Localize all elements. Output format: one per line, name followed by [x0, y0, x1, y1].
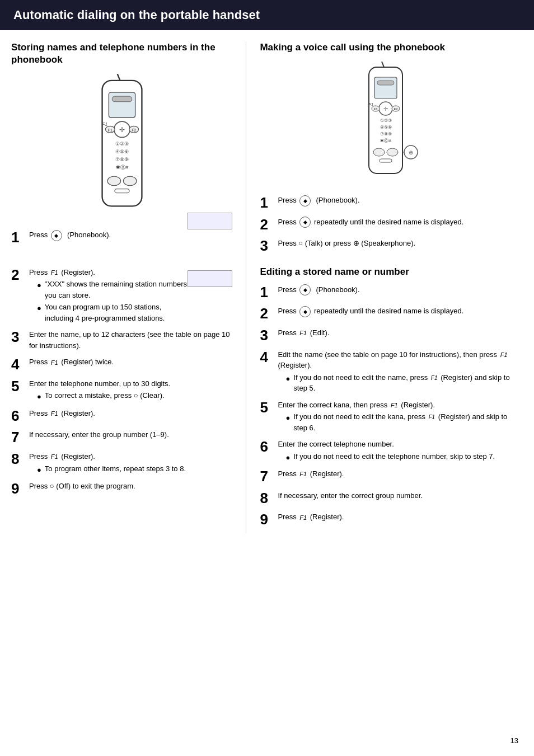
- svg-text:✛: ✛: [383, 106, 388, 112]
- step-2-content: Press F1 (Register). ● "XXX" shows the r…: [29, 267, 188, 324]
- right-steps-edit: 1 Press (Phonebook). 2 Press repeatedly …: [260, 284, 523, 528]
- bullet-5-1: ● To correct a mistake, press ○ (Clear).: [37, 390, 232, 402]
- e-step-8-content: If necessary, enter the correct group nu…: [278, 490, 523, 501]
- left-step-2: 2 Press F1 (Register). ● "XXX" shows the…: [11, 267, 232, 324]
- r-step-num-3: 3: [260, 238, 275, 254]
- e-f1-icon-3: F1: [299, 328, 307, 338]
- e-step-num-3: 3: [260, 327, 275, 344]
- edit-step-7: 7 Press F1 (Register).: [260, 468, 523, 485]
- right-steps-voice: 1 Press (Phonebook). 2 Press repeatedly …: [260, 195, 523, 254]
- svg-text:F1: F1: [107, 128, 112, 133]
- left-phone-svg: ✛ F1 F2 ①②③ ④⑤⑥ ⑦⑧⑨ ✱⓪#: [86, 74, 158, 219]
- r-step-num-2: 2: [260, 217, 275, 233]
- left-step-4: 4 Press F1 (Register) twice.: [11, 356, 232, 373]
- display-box-1: [188, 213, 232, 229]
- e-step-num-1: 1: [260, 284, 275, 300]
- e-step-2-content: Press repeatedly until the desired name …: [278, 306, 523, 317]
- f1-icon-8: F1: [51, 452, 58, 462]
- step-num-2: 2: [11, 267, 27, 283]
- right-phone-svg: ✛ F1 F2 ①②③ ④⑤⑥ ⑦⑧⑨ ✱⓪#: [355, 62, 428, 185]
- left-steps: 1 Press (Phonebook). 2 Press F1 (Registe…: [11, 229, 232, 496]
- edit-step-3: 3 Press F1 (Edit).: [260, 327, 523, 344]
- svg-text:✱⓪#: ✱⓪#: [116, 164, 129, 170]
- e-step-num-7: 7: [260, 468, 275, 485]
- svg-rect-16: [112, 96, 132, 101]
- e-step-6-bullets: ● If you do not need to edit the telepho…: [285, 451, 523, 463]
- right-phone-diagram: ✛ F1 F2 ①②③ ④⑤⑥ ⑦⑧⑨ ✱⓪#: [260, 62, 523, 185]
- step-8-content: Press F1 (Register). ● To program other …: [29, 451, 232, 475]
- svg-text:F1: F1: [374, 107, 378, 111]
- edit-step-5: 5 Enter the correct kana, then press F1 …: [260, 400, 523, 434]
- e-step-4-bullets: ● If you do not need to edit the name, p…: [285, 372, 523, 394]
- svg-text:①②③: ①②③: [115, 140, 129, 147]
- display-box-2: [188, 270, 232, 287]
- left-step-9: 9 Press ○ (Off) to exit the program.: [11, 481, 232, 497]
- svg-text:⊕: ⊕: [409, 149, 413, 156]
- svg-line-19: [382, 62, 384, 67]
- e-step-5-bullets: ● If you do not need to edit the kana, p…: [285, 411, 523, 433]
- e-step-6-content: Enter the correct telephone number. ● If…: [278, 439, 523, 463]
- e-step-num-8: 8: [260, 490, 275, 506]
- left-column: Storing names and telephone numbers in t…: [11, 41, 246, 533]
- left-step-6: 6 Press F1 (Register).: [11, 408, 232, 424]
- right-section-title: Making a voice call using the phonebook: [260, 41, 523, 54]
- e-step-num-6: 6: [260, 439, 275, 455]
- edit-step-6: 6 Enter the correct telephone number. ● …: [260, 439, 523, 463]
- e-f1-icon-4: F1: [500, 350, 508, 360]
- step-num-5: 5: [11, 378, 27, 395]
- edit-step-1: 1 Press (Phonebook).: [260, 284, 523, 300]
- e-bullet-4-1: ● If you do not need to edit the name, p…: [285, 372, 523, 394]
- svg-rect-15: [115, 189, 129, 193]
- e-bullet-6-1: ● If you do not need to edit the telepho…: [285, 451, 523, 463]
- step-7-content: If necessary, enter the group number (1–…: [29, 429, 232, 440]
- step-5-content: Enter the telephone number, up to 30 dig…: [29, 378, 232, 402]
- right-step-2: 2 Press repeatedly until the desired nam…: [260, 217, 523, 233]
- r-nav-icon-1: [299, 195, 311, 206]
- left-step-5: 5 Enter the telephone number, up to 30 d…: [11, 378, 232, 402]
- e-step-num-4: 4: [260, 349, 275, 365]
- r-step-num-1: 1: [260, 195, 275, 211]
- left-section-title: Storing names and telephone numbers in t…: [11, 41, 232, 66]
- svg-text:④⑤⑥: ④⑤⑥: [115, 148, 129, 154]
- svg-text:⑦⑧⑨: ⑦⑧⑨: [380, 132, 392, 137]
- edit-step-8: 8 If necessary, enter the correct group …: [260, 490, 523, 506]
- left-phone-diagram: ✛ F1 F2 ①②③ ④⑤⑥ ⑦⑧⑨ ✱⓪#: [11, 74, 232, 219]
- svg-text:F2: F2: [394, 107, 399, 111]
- step-6-content: Press F1 (Register).: [29, 408, 232, 419]
- svg-text:①②③: ①②③: [380, 118, 392, 123]
- e-step-4-content: Edit the name (see the table on page 10 …: [278, 349, 523, 394]
- step-num-3: 3: [11, 329, 27, 345]
- svg-text:F1: F1: [102, 123, 107, 128]
- step-9-content: Press ○ (Off) to exit the program.: [29, 481, 232, 492]
- e-step-9-content: Press F1 (Register).: [278, 511, 523, 523]
- e-step-num-9: 9: [260, 511, 275, 528]
- e-step-1-content: Press (Phonebook).: [278, 284, 523, 296]
- bullet-8-1: ● To program other items, repeat steps 3…: [37, 463, 232, 476]
- left-step-7: 7 If necessary, enter the group number (…: [11, 429, 232, 445]
- e-step-3-content: Press F1 (Edit).: [278, 327, 523, 339]
- r-nav-icon-2: [299, 217, 311, 228]
- e-f1-icon-5: F1: [391, 401, 398, 410]
- svg-text:F1: F1: [369, 102, 373, 106]
- bullet-2-1: ● "XXX" shows the remaining station numb…: [37, 279, 188, 300]
- step-num-8: 8: [11, 451, 27, 467]
- e-step-num-5: 5: [260, 400, 275, 416]
- e-f1-icon-9: F1: [299, 513, 307, 523]
- step-num-1: 1: [11, 229, 27, 246]
- f1-icon-4: F1: [51, 358, 58, 368]
- right-step-3: 3 Press ○ (Talk) or press ⊕ (Speakerphon…: [260, 238, 523, 254]
- step-num-9: 9: [11, 481, 27, 497]
- step-5-bullets: ● To correct a mistake, press ○ (Clear).: [37, 390, 232, 402]
- step-8-bullets: ● To program other items, repeat steps 3…: [37, 463, 232, 476]
- svg-point-14: [123, 176, 137, 186]
- svg-rect-34: [377, 81, 394, 85]
- edit-step-2: 2 Press repeatedly until the desired nam…: [260, 306, 523, 322]
- r-step-3-content: Press ○ (Talk) or press ⊕ (Speakerphone)…: [278, 238, 523, 249]
- right-column: Making a voice call using the phonebook …: [246, 41, 523, 533]
- step-num-6: 6: [11, 408, 27, 424]
- svg-text:✱⓪#: ✱⓪#: [380, 138, 391, 143]
- edit-subsection-title: Editing a stored name or number: [260, 266, 523, 278]
- header-bar: Automatic dialing on the portable handse…: [0, 0, 534, 30]
- left-step-3: 3 Enter the name, up to 12 characters (s…: [11, 329, 232, 351]
- svg-text:⑦⑧⑨: ⑦⑧⑨: [115, 156, 129, 162]
